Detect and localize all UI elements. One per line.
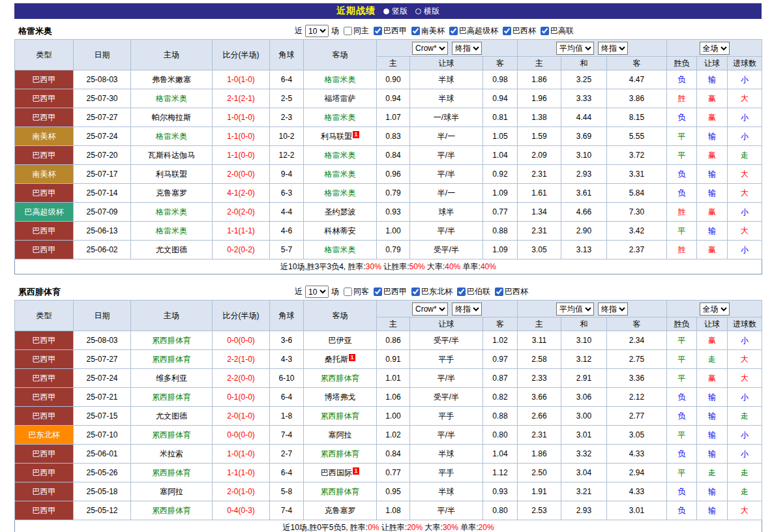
filter-bar: 近10场同主巴西甲南美杯巴高超级杯巴西杯巴高联 [295, 25, 574, 37]
match-score: 0-0(0-0) [213, 426, 270, 445]
col-avg-away: 客 [607, 318, 667, 331]
league-filter-checkbox-input[interactable] [541, 27, 549, 35]
team-name-text: 格雷米奥 [325, 170, 356, 179]
league-filter-checkbox-input[interactable] [503, 27, 511, 35]
match-date: 25-07-27 [74, 350, 131, 369]
team-name-cell: 格雷米奥 [304, 165, 377, 184]
summary-text: 30% [443, 523, 458, 532]
summary-text: 近10场,胜3平3负4, 胜率: [280, 262, 366, 271]
league-filter-checkbox-input[interactable] [495, 288, 503, 296]
result-handicap: 输 [697, 184, 728, 203]
layout-radio-vertical[interactable]: 竖版 [383, 6, 408, 17]
league-badge: 巴西甲 [15, 184, 74, 203]
odds-home: 0.96 [377, 165, 410, 184]
avg-period-select[interactable]: 终指 [598, 42, 628, 55]
league-filter-checkbox[interactable]: 南美杯 [411, 25, 445, 37]
league-filter-checkbox-input[interactable] [411, 288, 420, 296]
avg-home: 2.31 [518, 426, 561, 445]
same-venue-checkbox[interactable]: 同客 [344, 286, 369, 297]
league-filter-checkbox[interactable]: 巴西甲 [374, 25, 407, 37]
league-filter-checkbox[interactable]: 巴东北杯 [411, 286, 453, 297]
avg-away: 8.15 [607, 108, 667, 127]
col-odds-handicap: 让球 [410, 318, 483, 331]
corner-score: 6-4 [270, 70, 304, 89]
team-name-text: 尤文图德 [156, 245, 187, 254]
odds-home: 0.84 [377, 445, 410, 464]
recent-count-select[interactable]: 10 [305, 25, 329, 37]
odds-company-select[interactable]: Crow* [412, 303, 448, 316]
league-filter-checkbox[interactable]: 巴伯联 [457, 286, 490, 297]
avg-home: 1.96 [518, 89, 561, 108]
odds-home: 0.83 [377, 127, 410, 146]
odds-away: 0.87 [483, 369, 518, 388]
same-venue-checkbox-input[interactable] [344, 27, 352, 35]
odds-home: 0.95 [377, 482, 410, 501]
odds-period-select[interactable]: 终指 [452, 303, 482, 316]
odds-home: 1.02 [377, 426, 410, 445]
league-filter-checkbox-input[interactable] [449, 27, 458, 35]
league-filter-checkbox[interactable]: 巴西甲 [374, 286, 407, 297]
team-name-text: 塞阿拉 [160, 487, 183, 496]
recent-records-page: 近期战绩 竖版横版 格雷米奥 近10场同主巴西甲南美杯巴高超级杯巴西杯巴高联 类… [0, 0, 772, 532]
match-row: 巴西甲25-07-24维多利亚2-2(0-0)6-10累西腓体育1.01平/半0… [15, 369, 762, 388]
odds-company-select[interactable]: Crow* [412, 42, 448, 55]
avg-home: 2.33 [518, 369, 561, 388]
team-name-text: 巴西国际 [321, 468, 352, 477]
league-filter-checkbox[interactable]: 巴高联 [541, 25, 574, 37]
match-score: 0-4(0-3) [213, 501, 270, 520]
matches-table: 类型 日期 主场 比分(半场) 角球 客场 Crow*终指 平均值终指 全场 [14, 300, 762, 532]
odds-home: 1.08 [377, 501, 410, 520]
odds-dropdown-cell: Crow*终指 [377, 301, 518, 318]
avg-home: 1.86 [518, 445, 561, 464]
league-badge: 巴西甲 [15, 241, 74, 259]
layout-radio-horizontal[interactable]: 横版 [415, 6, 439, 17]
result-goals: 大 [728, 165, 762, 184]
same-venue-checkbox[interactable]: 同主 [344, 25, 369, 37]
team-name-cell: 格雷米奥 [304, 146, 377, 165]
team-name-text: 累西腓体育 [152, 468, 191, 477]
layout-radio-group: 竖版横版 [383, 6, 439, 17]
league-filter-checkbox-input[interactable] [374, 27, 382, 35]
team-name-text: 帕尔梅拉斯 [152, 113, 191, 122]
league-filter-checkbox-input[interactable] [457, 288, 466, 296]
result-goals: 走 [728, 464, 762, 482]
odds-away: 1.04 [483, 146, 518, 165]
same-venue-checkbox-input[interactable] [344, 288, 352, 296]
avg-source-select[interactable]: 平均值 [556, 42, 594, 55]
result-goals: 小 [728, 241, 762, 259]
result-outcome: 负 [667, 70, 697, 89]
team-name-text: 米拉索 [160, 449, 183, 458]
team-name-text: 福塔雷萨 [325, 94, 356, 103]
league-filter-checkbox-input[interactable] [374, 288, 382, 296]
odds-away: 1.12 [483, 464, 518, 482]
team-name-text: 克鲁塞罗 [325, 506, 356, 515]
result-outcome: 负 [667, 184, 697, 203]
odds-away: 0.98 [483, 70, 518, 89]
match-score: 1-1(0-0) [213, 127, 270, 146]
team-name-text: 累西腓体育 [152, 336, 191, 345]
summary-text: 20% [479, 523, 494, 532]
team-name-cell: 格雷米奥 [304, 241, 377, 259]
result-goals: 大 [728, 184, 762, 203]
match-row: 巴西甲25-05-26累西腓体育1-1(1-0)6-4巴西国际10.77平手1.… [15, 464, 762, 482]
league-filter-checkbox[interactable]: 巴西杯 [495, 286, 528, 297]
result-handicap: 赢 [697, 241, 728, 259]
league-filter-checkbox-input[interactable] [411, 27, 420, 35]
scope-select[interactable]: 全场 [700, 303, 730, 316]
team-name-cell: 利马联盟 [131, 165, 213, 184]
summary-text: 单率: [460, 262, 481, 271]
league-filter-checkbox[interactable]: 巴高超级杯 [449, 25, 498, 37]
odds-period-select[interactable]: 终指 [452, 42, 482, 55]
recent-label: 近 [295, 25, 303, 37]
recent-count-select[interactable]: 10 [305, 286, 329, 298]
league-badge: 巴西甲 [15, 331, 74, 350]
avg-period-select[interactable]: 终指 [598, 303, 628, 316]
league-badge: 巴西甲 [15, 464, 74, 482]
odds-away: 1.09 [483, 184, 518, 203]
avg-source-select[interactable]: 平均值 [556, 303, 594, 316]
scope-select[interactable]: 全场 [700, 42, 730, 55]
league-filter-checkbox[interactable]: 巴西杯 [503, 25, 536, 37]
avg-home: 1.38 [518, 108, 561, 127]
corner-score: 1-8 [270, 407, 304, 426]
team-name-text: 圣约瑟波 [325, 207, 356, 216]
